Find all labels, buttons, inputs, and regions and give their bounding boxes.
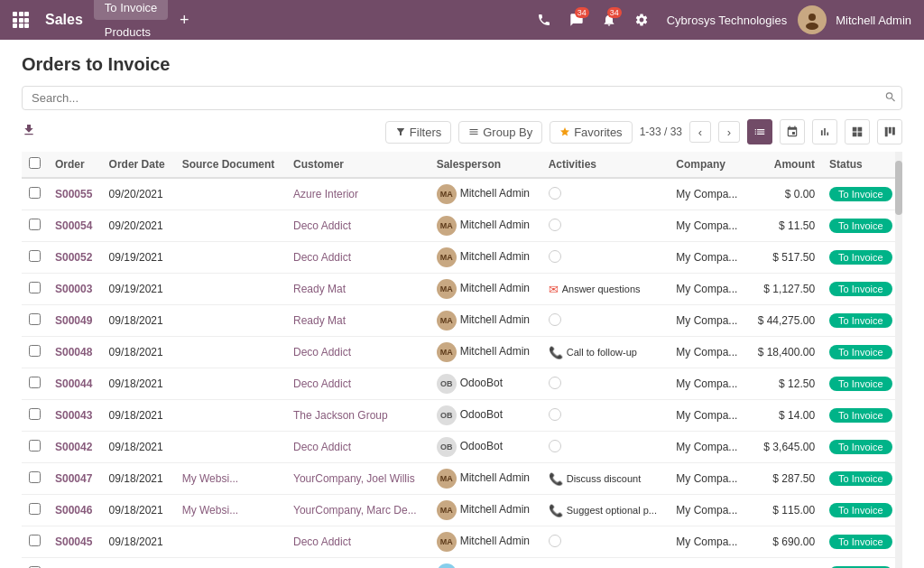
- status-badge[interactable]: To Invoice: [829, 408, 892, 423]
- phone-icon[interactable]: [530, 5, 559, 34]
- order-id-link[interactable]: S00055: [55, 188, 92, 200]
- prev-page-button[interactable]: ‹: [689, 121, 711, 143]
- activity-dot[interactable]: [549, 408, 561, 421]
- status-badge[interactable]: To Invoice: [829, 187, 892, 201]
- activity-dot[interactable]: [549, 440, 561, 452]
- row-checkbox[interactable]: [29, 503, 41, 515]
- row-checkbox[interactable]: [29, 377, 41, 388]
- order-id-link[interactable]: S00049: [55, 314, 92, 327]
- groupby-button[interactable]: Group By: [458, 121, 542, 144]
- status-badge[interactable]: To Invoice: [829, 250, 892, 265]
- salesperson-avatar: MA: [437, 279, 457, 299]
- order-id-link[interactable]: S00054: [55, 219, 92, 232]
- order-id-link[interactable]: S00042: [55, 441, 92, 453]
- customer-link[interactable]: Deco Addict: [293, 219, 351, 232]
- status-badge[interactable]: To Invoice: [829, 377, 892, 391]
- chart-view-button[interactable]: [812, 119, 837, 144]
- search-input[interactable]: [22, 86, 902, 110]
- customer-link[interactable]: Ready Mat: [293, 314, 346, 327]
- status-badge[interactable]: To Invoice: [829, 313, 892, 328]
- amount: $ 12.50: [748, 368, 823, 400]
- order-id-link[interactable]: S00045: [55, 535, 92, 548]
- customer-link[interactable]: The Jackson Group: [293, 409, 388, 422]
- salesperson: MAMitchell Admin: [430, 463, 541, 495]
- activity-email[interactable]: ✉Answer questions: [549, 283, 641, 296]
- kanban-view-button[interactable]: [877, 119, 902, 144]
- status-badge[interactable]: To Invoice: [829, 440, 892, 454]
- avatar[interactable]: [798, 5, 827, 34]
- customer-link[interactable]: Deco Addict: [293, 346, 351, 358]
- activity-dot[interactable]: [549, 250, 561, 263]
- activity-phone[interactable]: 📞Discuss discount: [549, 472, 642, 486]
- activity-dot[interactable]: [549, 219, 561, 231]
- customer-link[interactable]: YourCompany, Marc De...: [293, 504, 417, 517]
- row-checkbox[interactable]: [29, 187, 41, 199]
- list-view-button[interactable]: [747, 119, 772, 144]
- customer-link[interactable]: YourCompany, Joel Willis: [293, 472, 415, 485]
- apps-icon[interactable]: [7, 6, 34, 33]
- order-id-link[interactable]: S00047: [55, 472, 92, 485]
- table-row: S0003309/18/2021My Websi...Gemini Furnit…: [22, 558, 902, 569]
- settings-icon[interactable]: [627, 5, 656, 34]
- activity-cell: ≡Follow-up on satisf...: [541, 558, 670, 569]
- scrollbar[interactable]: [895, 152, 902, 568]
- svg-rect-6: [13, 23, 17, 28]
- customer-link[interactable]: Deco Addict: [293, 535, 351, 548]
- amount: $ 517.50: [748, 242, 823, 274]
- row-checkbox[interactable]: [29, 313, 41, 325]
- activity-dot[interactable]: [549, 187, 561, 200]
- customer-link[interactable]: Deco Addict: [293, 377, 351, 390]
- row-checkbox[interactable]: [29, 471, 41, 483]
- calendar-view-button[interactable]: [780, 119, 805, 144]
- activity-dot[interactable]: [549, 535, 561, 547]
- activity-icon[interactable]: 34: [595, 5, 624, 34]
- status-badge[interactable]: To Invoice: [829, 535, 892, 549]
- next-page-button[interactable]: ›: [718, 121, 740, 143]
- salesperson-avatar: MA: [437, 342, 457, 362]
- row-checkbox[interactable]: [29, 250, 41, 262]
- row-checkbox[interactable]: [29, 408, 41, 420]
- favorites-button[interactable]: Favorites: [550, 121, 632, 144]
- company: My Compa...: [669, 400, 747, 432]
- add-menu-button[interactable]: +: [171, 7, 197, 33]
- row-checkbox[interactable]: [29, 535, 41, 546]
- scroll-thumb[interactable]: [895, 161, 902, 215]
- order-id-link[interactable]: S00043: [55, 409, 92, 422]
- source-doc: My Websi...: [175, 558, 286, 569]
- status-badge[interactable]: To Invoice: [829, 219, 892, 233]
- user-name: Mitchell Admin: [830, 14, 917, 27]
- chat-icon[interactable]: 34: [562, 5, 591, 34]
- salesperson-avatar: MA: [437, 216, 457, 236]
- row-checkbox[interactable]: [29, 219, 41, 230]
- row-checkbox[interactable]: [29, 282, 41, 293]
- activity-phone[interactable]: 📞Suggest optional p...: [549, 504, 657, 517]
- grid-view-button[interactable]: [845, 119, 870, 144]
- status-badge[interactable]: To Invoice: [829, 345, 892, 359]
- order-id-link[interactable]: S00044: [55, 377, 92, 390]
- order-id-link[interactable]: S00048: [55, 346, 92, 358]
- customer-link[interactable]: Deco Addict: [293, 251, 351, 264]
- select-all-checkbox[interactable]: [29, 157, 41, 169]
- nav-item-to-invoice[interactable]: To Invoice: [94, 0, 169, 20]
- filters-button[interactable]: Filters: [385, 121, 451, 144]
- status-badge[interactable]: To Invoice: [829, 503, 892, 517]
- row-checkbox[interactable]: [29, 440, 41, 452]
- row-checkbox[interactable]: [29, 345, 41, 357]
- order-id-link[interactable]: S00003: [55, 283, 92, 295]
- search-icon[interactable]: [884, 90, 897, 106]
- status-badge[interactable]: To Invoice: [829, 282, 892, 296]
- activity-dot[interactable]: [549, 313, 561, 326]
- status-badge[interactable]: To Invoice: [829, 471, 892, 486]
- activity-phone[interactable]: 📞Call to follow-up: [549, 346, 637, 359]
- activity-badge: 34: [607, 7, 622, 18]
- nav-item-products[interactable]: Products: [94, 20, 169, 44]
- order-id-link[interactable]: S00046: [55, 504, 92, 517]
- order-id-link[interactable]: S00052: [55, 251, 92, 264]
- svg-rect-1: [19, 12, 23, 16]
- customer-link[interactable]: Ready Mat: [293, 283, 346, 295]
- company: My Compa...: [669, 558, 747, 569]
- customer-link[interactable]: Azure Interior: [293, 188, 358, 200]
- activity-dot[interactable]: [549, 377, 561, 389]
- customer-link[interactable]: Deco Addict: [293, 441, 351, 453]
- download-button[interactable]: [22, 123, 36, 141]
